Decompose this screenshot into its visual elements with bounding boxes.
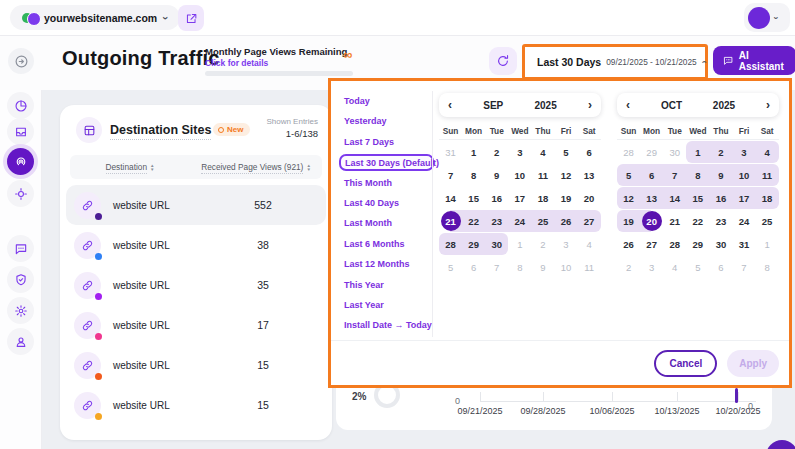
sidebar-item-conversations[interactable] — [7, 235, 34, 262]
calendar-day[interactable]: 3 — [732, 141, 755, 163]
calendar-day[interactable]: 21 — [663, 210, 686, 232]
calendar-day[interactable]: 20 — [578, 187, 601, 209]
calendar-day[interactable]: 11 — [756, 164, 779, 186]
calendar-day[interactable]: 6 — [709, 256, 732, 278]
calendar-day[interactable]: 11 — [531, 164, 554, 186]
calendar-day[interactable]: 30 — [663, 141, 686, 163]
calendar-day[interactable]: 4 — [756, 141, 779, 163]
calendar-day[interactable]: 18 — [756, 187, 779, 209]
calendar-day[interactable]: 2 — [709, 141, 732, 163]
calendar-day[interactable]: 17 — [732, 187, 755, 209]
calendar-day[interactable]: 29 — [640, 141, 663, 163]
calendar-day[interactable]: 29 — [462, 233, 485, 255]
calendar-day[interactable]: 24 — [508, 210, 531, 232]
calendar-day[interactable]: 1 — [508, 233, 531, 255]
preset-this-month[interactable]: This Month — [339, 175, 434, 192]
preset-install-date-today[interactable]: Install Date → Today — [339, 317, 434, 334]
table-row[interactable]: website URL15 — [66, 385, 326, 425]
calendar-day[interactable]: 28 — [617, 141, 640, 163]
calendar-day[interactable]: 14 — [663, 187, 686, 209]
calendar-day[interactable]: 13 — [578, 164, 601, 186]
preset-last-month[interactable]: Last Month — [339, 215, 434, 232]
calendar-day[interactable]: 12 — [617, 187, 640, 209]
calendar-day[interactable]: 22 — [462, 210, 485, 232]
calendar-day[interactable]: 19 — [617, 210, 640, 232]
prev-month-button[interactable]: ‹ — [626, 98, 630, 112]
column-destination[interactable]: Destination▲▼ — [70, 162, 190, 172]
calendar-day[interactable]: 9 — [531, 256, 554, 278]
column-received-page-views[interactable]: Received Page Views (921)▲▼ — [190, 162, 322, 172]
refresh-button[interactable] — [489, 47, 517, 75]
calendar-day[interactable]: 1 — [686, 141, 709, 163]
sidebar-item-outgoing-traffic[interactable] — [7, 148, 34, 175]
calendar-day[interactable]: 30 — [485, 233, 508, 255]
calendar-day[interactable]: 27 — [578, 210, 601, 232]
calendar-day[interactable]: 22 — [686, 210, 709, 232]
calendar-day[interactable]: 24 — [732, 210, 755, 232]
calendar-day[interactable]: 15 — [462, 187, 485, 209]
sidebar-item-inbox[interactable] — [7, 118, 34, 145]
calendar-day[interactable]: 30 — [709, 233, 732, 255]
calendar-day[interactable]: 7 — [485, 256, 508, 278]
calendar-day[interactable]: 7 — [732, 256, 755, 278]
calendar-day[interactable]: 9 — [485, 164, 508, 186]
collapse-sidebar-button[interactable] — [8, 48, 34, 74]
calendar-day[interactable]: 12 — [554, 164, 577, 186]
calendar-day[interactable]: 29 — [686, 233, 709, 255]
calendar-day[interactable]: 28 — [439, 233, 462, 255]
calendar-day[interactable]: 2 — [531, 233, 554, 255]
calendar-day[interactable]: 4 — [531, 141, 554, 163]
calendar-day[interactable]: 4 — [578, 233, 601, 255]
calendar-day[interactable]: 11 — [578, 256, 601, 278]
calendar-day[interactable]: 6 — [462, 256, 485, 278]
calendar-day[interactable]: 31 — [439, 141, 462, 163]
table-row[interactable]: website URL552 — [66, 185, 326, 225]
calendar-day[interactable]: 15 — [686, 187, 709, 209]
calendar-day[interactable]: 3 — [640, 256, 663, 278]
calendar-day[interactable]: 27 — [640, 233, 663, 255]
table-row[interactable]: website URL35 — [66, 265, 326, 305]
preset-last-6-months[interactable]: Last 6 Months — [339, 236, 434, 253]
table-row[interactable]: website URL17 — [66, 305, 326, 345]
table-row[interactable]: website URL15 — [66, 345, 326, 385]
preset-last-12-months[interactable]: Last 12 Months — [339, 256, 434, 273]
floating-chat-button[interactable] — [766, 440, 795, 449]
calendar-day[interactable]: 9 — [709, 164, 732, 186]
open-in-new-button[interactable] — [178, 5, 204, 31]
calendar-day[interactable]: 3 — [508, 141, 531, 163]
calendar-day[interactable]: 21 — [439, 210, 462, 232]
calendar-day[interactable]: 8 — [756, 256, 779, 278]
sidebar-item-settings[interactable] — [7, 297, 34, 324]
preset-last-40-days[interactable]: Last 40 Days — [339, 195, 434, 212]
calendar-day[interactable]: 18 — [531, 187, 554, 209]
calendar-day[interactable]: 19 — [554, 187, 577, 209]
sidebar-item-account[interactable] — [7, 328, 34, 355]
calendar-day[interactable]: 26 — [617, 233, 640, 255]
calendar-day[interactable]: 7 — [439, 164, 462, 186]
preset-last-year[interactable]: Last Year — [339, 297, 434, 314]
calendar-day[interactable]: 13 — [640, 187, 663, 209]
calendar-day[interactable]: 31 — [732, 233, 755, 255]
calendar-day[interactable]: 2 — [485, 141, 508, 163]
preset-last-7-days[interactable]: Last 7 Days — [339, 134, 434, 151]
calendar-day[interactable]: 25 — [531, 210, 554, 232]
apply-button[interactable]: Apply — [727, 350, 779, 377]
calendar-day[interactable]: 6 — [578, 141, 601, 163]
ai-assistant-button[interactable]: AI Assistant — [713, 46, 795, 75]
sidebar-item-analytics[interactable] — [7, 92, 34, 119]
preset-last-30-days-default-[interactable]: Last 30 Days (Default) — [339, 154, 434, 171]
calendar-day[interactable]: 2 — [617, 256, 640, 278]
calendar-day[interactable]: 17 — [508, 187, 531, 209]
prev-month-button[interactable]: ‹ — [448, 98, 452, 112]
calendar-day[interactable]: 5 — [686, 256, 709, 278]
calendar-day[interactable]: 4 — [663, 256, 686, 278]
preset-yesterday[interactable]: Yesterday — [339, 113, 434, 130]
site-selector[interactable]: yourwebsitename.com › — [10, 5, 180, 30]
next-month-button[interactable]: › — [588, 98, 592, 112]
calendar-day[interactable]: 16 — [485, 187, 508, 209]
calendar-day[interactable]: 3 — [554, 233, 577, 255]
account-menu[interactable]: › — [744, 3, 790, 32]
calendar-day[interactable]: 5 — [439, 256, 462, 278]
calendar-day[interactable]: 10 — [732, 164, 755, 186]
calendar-day[interactable]: 7 — [663, 164, 686, 186]
